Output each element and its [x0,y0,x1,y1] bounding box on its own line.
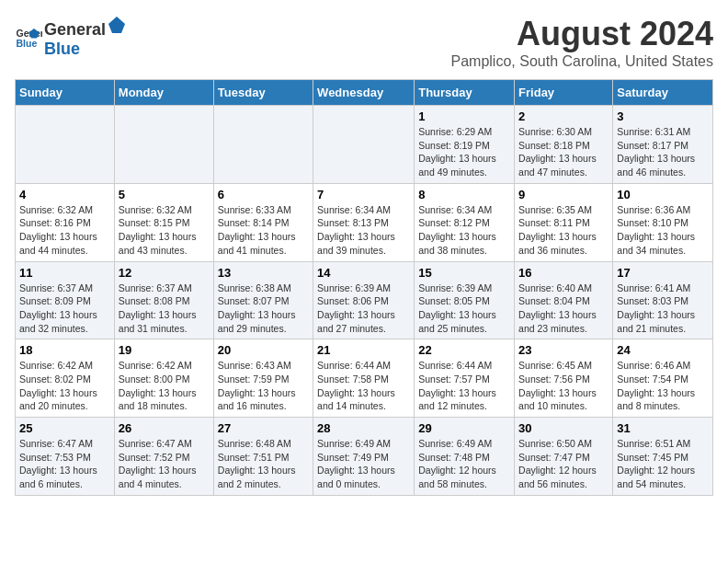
day-number: 6 [218,188,309,201]
day-info: Sunrise: 6:39 AM Sunset: 8:06 PM Dayligh… [317,282,410,336]
day-info: Sunrise: 6:41 AM Sunset: 8:03 PM Dayligh… [617,282,709,336]
calendar-cell [213,106,313,184]
page-title: August 2024 [451,15,713,53]
day-number: 2 [518,109,609,123]
day-info: Sunrise: 6:48 AM Sunset: 7:51 PM Dayligh… [218,437,309,491]
day-number: 3 [617,109,709,123]
day-info: Sunrise: 6:30 AM Sunset: 8:18 PM Dayligh… [518,125,609,179]
day-number: 29 [418,421,510,435]
day-number: 22 [418,343,510,357]
day-number: 18 [19,343,110,357]
calendar-cell: 28Sunrise: 6:49 AM Sunset: 7:49 PM Dayli… [313,418,415,496]
day-info: Sunrise: 6:50 AM Sunset: 7:47 PM Dayligh… [518,437,609,491]
page-subtitle: Pamplico, South Carolina, United States [451,53,713,70]
day-number: 1 [418,109,510,123]
column-header-monday: Monday [114,80,213,106]
day-number: 16 [518,266,609,280]
calendar-week-3: 11Sunrise: 6:37 AM Sunset: 8:09 PM Dayli… [16,261,713,339]
calendar-cell: 8Sunrise: 6:34 AM Sunset: 8:12 PM Daylig… [415,183,515,261]
calendar-cell: 17Sunrise: 6:41 AM Sunset: 8:03 PM Dayli… [613,261,713,339]
calendar-cell: 29Sunrise: 6:49 AM Sunset: 7:48 PM Dayli… [415,418,515,496]
day-number: 11 [19,266,110,280]
calendar-cell: 20Sunrise: 6:43 AM Sunset: 7:59 PM Dayli… [213,339,313,418]
day-number: 23 [518,343,609,357]
logo: General Blue General Blue [15,15,128,59]
calendar-cell: 24Sunrise: 6:46 AM Sunset: 7:54 PM Dayli… [613,339,713,418]
column-header-tuesday: Tuesday [213,80,313,106]
calendar-cell: 14Sunrise: 6:39 AM Sunset: 8:06 PM Dayli… [313,261,415,339]
day-info: Sunrise: 6:49 AM Sunset: 7:48 PM Dayligh… [418,437,510,491]
day-number: 20 [218,343,309,357]
day-number: 7 [317,188,410,201]
day-number: 14 [317,266,410,280]
calendar-cell: 13Sunrise: 6:38 AM Sunset: 8:07 PM Dayli… [213,261,313,339]
day-number: 19 [119,343,210,357]
day-number: 26 [119,421,210,435]
calendar-cell: 26Sunrise: 6:47 AM Sunset: 7:52 PM Dayli… [114,418,213,496]
calendar-cell: 18Sunrise: 6:42 AM Sunset: 8:02 PM Dayli… [16,339,115,418]
day-info: Sunrise: 6:42 AM Sunset: 8:00 PM Dayligh… [119,359,210,413]
calendar-cell: 11Sunrise: 6:37 AM Sunset: 8:09 PM Dayli… [16,261,115,339]
calendar-cell: 19Sunrise: 6:42 AM Sunset: 8:00 PM Dayli… [114,339,213,418]
day-number: 24 [617,343,709,357]
svg-text:Blue: Blue [17,38,38,49]
day-info: Sunrise: 6:47 AM Sunset: 7:53 PM Dayligh… [19,437,110,491]
day-number: 31 [617,421,709,435]
day-info: Sunrise: 6:37 AM Sunset: 8:08 PM Dayligh… [119,282,210,336]
column-header-wednesday: Wednesday [313,80,415,106]
day-info: Sunrise: 6:38 AM Sunset: 8:07 PM Dayligh… [218,282,309,336]
day-number: 21 [317,343,410,357]
day-info: Sunrise: 6:46 AM Sunset: 7:54 PM Dayligh… [617,359,709,413]
day-number: 15 [418,266,510,280]
calendar-cell: 5Sunrise: 6:32 AM Sunset: 8:15 PM Daylig… [114,183,213,261]
day-number: 17 [617,266,709,280]
day-number: 25 [19,421,110,435]
day-info: Sunrise: 6:39 AM Sunset: 8:05 PM Dayligh… [418,282,510,336]
day-info: Sunrise: 6:44 AM Sunset: 7:58 PM Dayligh… [317,359,410,413]
calendar-cell: 22Sunrise: 6:44 AM Sunset: 7:57 PM Dayli… [415,339,515,418]
day-number: 10 [617,188,709,201]
calendar-cell [114,106,213,184]
column-header-saturday: Saturday [613,80,713,106]
calendar-body: 1Sunrise: 6:29 AM Sunset: 8:19 PM Daylig… [16,106,713,496]
logo-blue-text: Blue [44,40,80,58]
day-info: Sunrise: 6:40 AM Sunset: 8:04 PM Dayligh… [518,282,609,336]
day-info: Sunrise: 6:31 AM Sunset: 8:17 PM Dayligh… [617,125,709,179]
calendar-cell [313,106,415,184]
calendar-cell: 3Sunrise: 6:31 AM Sunset: 8:17 PM Daylig… [613,106,713,184]
logo-general-text: General [44,20,106,40]
day-number: 9 [518,188,609,201]
day-info: Sunrise: 6:32 AM Sunset: 8:16 PM Dayligh… [19,203,110,258]
day-info: Sunrise: 6:43 AM Sunset: 7:59 PM Dayligh… [218,359,309,413]
calendar-cell: 6Sunrise: 6:33 AM Sunset: 8:14 PM Daylig… [213,183,313,261]
day-info: Sunrise: 6:44 AM Sunset: 7:57 PM Dayligh… [418,359,510,413]
logo-bird-icon [107,15,127,35]
calendar-cell: 1Sunrise: 6:29 AM Sunset: 8:19 PM Daylig… [415,106,515,184]
svg-marker-2 [108,17,125,33]
calendar-cell: 16Sunrise: 6:40 AM Sunset: 8:04 PM Dayli… [515,261,613,339]
day-number: 13 [218,266,309,280]
day-info: Sunrise: 6:45 AM Sunset: 7:56 PM Dayligh… [518,359,609,413]
column-header-thursday: Thursday [415,80,515,106]
calendar-cell: 4Sunrise: 6:32 AM Sunset: 8:16 PM Daylig… [16,183,115,261]
day-info: Sunrise: 6:33 AM Sunset: 8:14 PM Dayligh… [218,203,309,258]
day-info: Sunrise: 6:34 AM Sunset: 8:12 PM Dayligh… [418,203,510,258]
calendar-week-5: 25Sunrise: 6:47 AM Sunset: 7:53 PM Dayli… [16,418,713,496]
day-info: Sunrise: 6:37 AM Sunset: 8:09 PM Dayligh… [19,282,110,336]
calendar-week-2: 4Sunrise: 6:32 AM Sunset: 8:16 PM Daylig… [16,183,713,261]
header-row: SundayMondayTuesdayWednesdayThursdayFrid… [16,80,713,106]
calendar-cell: 2Sunrise: 6:30 AM Sunset: 8:18 PM Daylig… [515,106,613,184]
column-header-sunday: Sunday [16,80,115,106]
calendar-cell: 25Sunrise: 6:47 AM Sunset: 7:53 PM Dayli… [16,418,115,496]
day-info: Sunrise: 6:47 AM Sunset: 7:52 PM Dayligh… [119,437,210,491]
calendar-header: SundayMondayTuesdayWednesdayThursdayFrid… [16,80,713,106]
day-info: Sunrise: 6:32 AM Sunset: 8:15 PM Dayligh… [119,203,210,258]
calendar-week-1: 1Sunrise: 6:29 AM Sunset: 8:19 PM Daylig… [16,106,713,184]
day-number: 27 [218,421,309,435]
day-info: Sunrise: 6:49 AM Sunset: 7:49 PM Dayligh… [317,437,410,491]
day-number: 5 [119,188,210,201]
day-number: 8 [418,188,510,201]
day-number: 12 [119,266,210,280]
day-info: Sunrise: 6:51 AM Sunset: 7:45 PM Dayligh… [617,437,709,491]
calendar-cell [16,106,115,184]
